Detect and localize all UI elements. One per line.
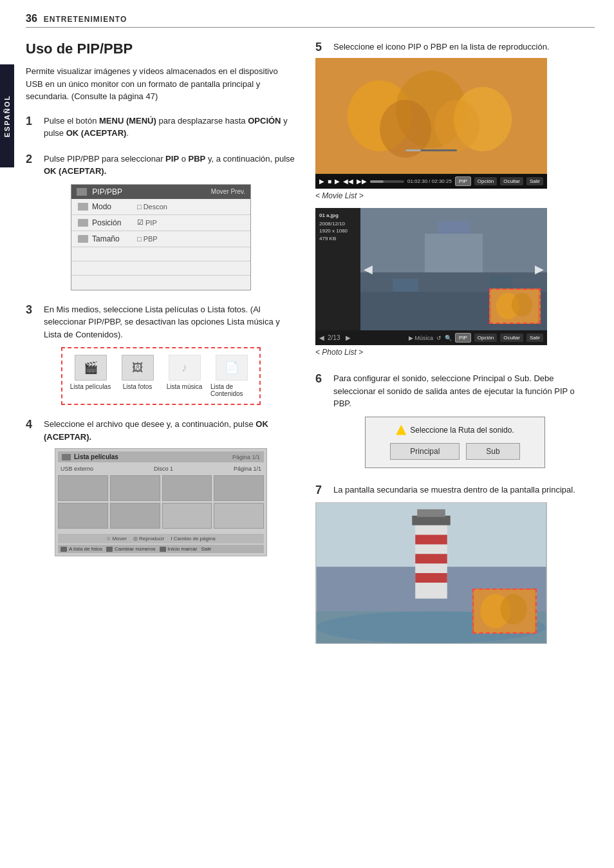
pip-menu-title-bar: PIP/PBP Mover Prev. [71,185,250,199]
pip-menu-empty-3 [71,276,250,290]
step-7-text: La pantalla secundaria se muestra dentro… [333,484,575,496]
intro-text: Permite visualizar imágenes y vídeos alm… [26,65,296,103]
step-1-number: 1 [26,115,39,128]
pv-sidebar-info: 01 a.jpg 2008/12/10 1920 x 1080 479 KB [315,208,360,330]
step-2: 2 Pulse PIP/PBP para seleccionar PIP o P… [26,153,296,290]
step-6-text: Para configurar el sonido, seleccione Pr… [333,372,595,410]
pip-small-video [472,589,537,634]
step-6-header: 6 Para configurar el sonido, seleccione … [315,372,595,410]
modo-label: Modo [92,202,137,211]
s4-footer-controls: ☆ Mover ◎ Reproducir I Cambio de página [58,534,264,543]
contents-label: Lista de Contenidos [210,383,252,397]
pip-final-screenshot [315,502,547,644]
pv-arrow-right[interactable]: ▶ [535,262,544,276]
s4-thumb-3 [162,475,212,501]
pv-pip-btn[interactable]: PIP [455,333,471,343]
media-icons-row: 🎬 Lista películas 🖼 Lista fotos ♪ Lista … [61,347,261,405]
pip-small-content [474,590,535,632]
pip-lighthouse-image [316,503,546,643]
step-6: 6 Para configurar el sonido, seleccione … [315,372,595,468]
pv-next-icon[interactable]: ▶ [346,334,351,341]
pv-musica-btn[interactable]: ▶ Música [409,335,433,341]
pv-prev-icon[interactable]: ◀ [319,334,324,341]
step-4-text: Seleccione el archivo que desee y, a con… [44,418,296,443]
step-3-number: 3 [26,303,39,317]
step-7-header: 7 La pantalla secundaria se muestra dent… [315,484,595,497]
s4-page2: Página 1/1 [234,466,261,472]
mp-seek-fill [405,149,421,151]
svg-rect-8 [425,234,483,272]
mp-ocultar-btn[interactable]: Ocultar [500,177,523,185]
media-icon-photos: 🖼 Lista fotos [116,355,158,397]
s4-header-icon [62,454,71,460]
pv-rotate-btn[interactable]: ↺ [436,335,442,341]
svg-rect-9 [438,221,470,234]
mp-rewind-btn[interactable]: ◀◀ [343,178,353,185]
photo-list-caption: < Photo List > [315,348,595,357]
s4-btn-cambiar: Cambiar números [106,546,156,552]
media-icon-contents: 📄 Lista de Contenidos [210,355,252,397]
pv-page-indicator: 2/13 [328,334,340,341]
warning-triangle-icon [396,425,406,435]
mp-video-content [315,58,547,174]
mp-pip-btn[interactable]: PIP [455,176,471,186]
pv-size: 479 KB [319,235,357,242]
ctrl-cambio: I Cambio de página [171,536,215,542]
movies-label: Lista películas [70,383,111,390]
sound-selection-box: Seleccione la Ruta del sonido. Principal… [365,417,545,468]
pv-opcion-btn[interactable]: Opción [474,334,497,342]
pv-controls-bar: ◀ 2/13 ▶ ▶ Música ↺ 🔍 PIP Opción Ocultar… [315,330,547,345]
mp-video-area [315,58,547,174]
media-icon-movies: 🎬 Lista películas [70,355,111,397]
pv-zoom-btn[interactable]: 🔍 [445,335,452,341]
mp-fruit-image [315,58,547,174]
mp-prev-btn[interactable]: ▶ [335,178,340,185]
mp-salir-btn[interactable]: Salir [526,177,543,185]
pv-salir-btn[interactable]: Salir [526,334,543,342]
contents-icon-box: 📄 [216,355,248,381]
svg-rect-22 [415,573,447,583]
tamano-icon [78,235,88,243]
sound-buttons: Principal Sub [373,443,537,460]
movie-list-caption: < Movie List > [315,191,595,200]
mp-stop-btn[interactable]: ■ [328,178,331,185]
pbp-option: PBP [137,235,158,243]
mp-play-btn[interactable]: ▶ [319,178,324,185]
s4-btn-inicio-marcar: Inicio marcar [160,546,198,552]
posicion-icon [78,219,88,227]
pv-resolution: 1920 x 1080 [319,227,357,234]
svg-point-15 [512,293,532,316]
step-6-number: 6 [315,372,328,386]
s4-thumb-1 [58,475,108,501]
mp-progress-bar [370,180,404,183]
svg-point-5 [434,100,479,151]
pip-menu-empty-1 [71,247,250,261]
pv-arrow-left[interactable]: ◀ [364,262,373,276]
step4-movie-list: Lista películas Página 1/1 USB externo D… [55,448,267,556]
mp-ff-btn[interactable]: ▶▶ [357,178,367,185]
step-5-text: Seleccione el icono PIP o PBP en la list… [333,41,550,53]
s4-thumb-6 [110,503,160,529]
s4-header-left: Lista películas [62,453,118,460]
media-icon-music: ♪ Lista música [163,355,205,397]
mp-seek-indicator [405,149,457,151]
s4-btn-label-2: Cambiar números [115,546,156,552]
s4-btn-icon-3 [160,547,166,552]
pv-ocultar-btn[interactable]: Ocultar [500,334,523,342]
mp-opcion-btn[interactable]: Opción [474,177,497,185]
descon-option: Descon [137,203,167,211]
sound-sub-btn[interactable]: Sub [466,443,519,460]
photo-viewer-screenshot: 01 a.jpg 2008/12/10 1920 x 1080 479 KB [315,208,547,345]
photos-label: Lista fotos [123,383,153,390]
s4-title: Lista películas [74,453,118,460]
side-label-text: ESPAÑOL [3,95,11,137]
modo-icon [78,203,88,211]
movie-player-screenshot: ▶ ■ ▶ ◀◀ ▶▶ 01:02:30 / 02:30:25 PIP Opci… [315,58,547,189]
sound-principal-btn[interactable]: Principal [390,443,460,460]
side-label: ESPAÑOL [0,64,14,167]
s4-btn-label-1: A lista de fotos [69,546,102,552]
section-title: Uso de PIP/PBP [26,41,296,57]
pip-pbp-menu: PIP/PBP Mover Prev. Modo Descon [71,184,251,290]
pv-main-area: 01 a.jpg 2008/12/10 1920 x 1080 479 KB [315,208,547,330]
step-5: 5 Seleccione el icono PIP o PBP en la li… [315,41,595,357]
